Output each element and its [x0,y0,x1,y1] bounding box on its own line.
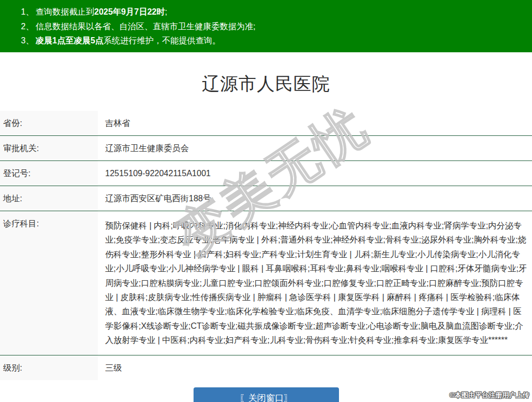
row-label: 级别: [0,355,98,380]
row-value: 预防保健科 | 内科;呼吸内科专业;消化内科专业;神经内科专业;心血管内科专业;… [98,211,532,355]
row-label: 登记号: [0,161,98,186]
notice-banner: 1、查询数据截止到2025年9月7日22时; 2、信息数据结果以各省、自治区、直… [0,0,532,52]
table-row-departments: 诊疗科目: 预防保健科 | 内科;呼吸内科专业;消化内科专业;神经内科专业;心血… [0,211,532,355]
row-value: 辽源市卫生健康委员会 [98,136,532,160]
table-row-province: 省份: 吉林省 [0,111,532,135]
notice-number: 1、 [21,5,36,19]
row-value: 三级 [98,355,532,380]
row-label: 省份: [0,111,98,135]
notice-line: 3、凌晨1点至凌晨5点系统进行维护，不能提供查询。 [21,33,527,48]
row-value: 吉林省 [98,111,532,135]
table-row-level: 级别: 三级 [0,355,532,380]
hospital-info-table: 省份: 吉林省 审批机关: 辽源市卫生健康委员会 登记号: 12515109-9… [0,111,532,380]
notice-number: 3、 [21,33,36,48]
row-label: 诊疗科目: [0,211,98,355]
notice-number: 2、 [21,19,36,34]
table-row-address: 地址: 辽源市西安区矿电西街188号 [0,186,532,211]
notice-line: 2、信息数据结果以各省、自治区、直辖市卫生健康委数据为准; [21,19,527,34]
row-value: 辽源市西安区矿电西街188号 [98,186,532,211]
row-value: 12515109-922042115A1001 [98,161,532,186]
page-title: 辽源市人民医院 [0,72,532,96]
row-label: 地址: [0,186,98,211]
button-row: 〖关闭窗口〗 [0,387,532,402]
notice-line: 1、查询数据截止到2025年9月7日22时; [21,5,527,19]
table-row-approval-authority: 审批机关: 辽源市卫生健康委员会 [0,135,532,160]
table-row-registration-number: 登记号: 12515109-922042115A1001 [0,160,532,186]
close-window-button[interactable]: 〖关闭窗口〗 [194,387,339,402]
row-label: 审批机关: [0,136,98,160]
